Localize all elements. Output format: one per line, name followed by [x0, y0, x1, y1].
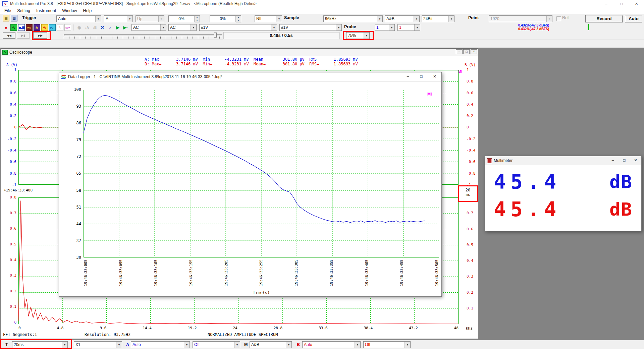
axis-tick: -0.6 [8, 160, 17, 164]
axis-tick: -0.6 [467, 160, 476, 164]
axis-tick: 48 [454, 326, 459, 330]
axis-tick: 19:46:33:255 [259, 259, 263, 286]
position-slider-track[interactable] [64, 34, 222, 36]
axis-tick: -0.8 [467, 172, 476, 175]
axis-tick: 43.2 [409, 326, 418, 330]
sampling-channels-combo[interactable]: A&B▼ [385, 15, 420, 22]
math-mode-combo[interactable]: A&B▼ [250, 341, 292, 348]
oscilloscope-title-bar[interactable]: ∿ Oscilloscope – □ ✕ [1, 49, 478, 56]
run-icon[interactable]: ▶ [114, 24, 121, 31]
position-slider-handle[interactable] [214, 33, 217, 38]
menu-item[interactable]: Instrument [33, 8, 59, 13]
scope-start-time: +19:46:33:480 [4, 188, 33, 192]
range-b-combo[interactable]: ±1V▼ [279, 24, 342, 31]
close-icon[interactable]: ✕ [629, 0, 644, 7]
toolbar-instruments: ● ∿ ▅▃▇ 000 ≋ ∿ DUT ≈ DDP ◉ ↓A ↓B ⚒ ♪ ▶ … [0, 23, 644, 32]
sound-device-icon[interactable]: ♪ [107, 24, 113, 31]
application-window: ∿ Multi-Instrument Pro 3.8 - [+3DP+DLG+L… [0, 0, 644, 349]
coupling-a-combo[interactable]: AC▼ [131, 24, 166, 31]
record-icon[interactable]: ● [3, 24, 9, 31]
mdi-workspace: ∿ Oscilloscope – □ ✕ A: Max= 3.7146 mV M… [0, 48, 644, 340]
signal-generator-icon[interactable]: ∿ [41, 24, 48, 31]
ddp-viewer-icon[interactable]: DDP [64, 24, 71, 31]
spectrum-analyzer-icon[interactable]: ▅▃▇ [18, 24, 25, 31]
data-logger-icon [61, 74, 66, 79]
derived-data-curve-icon[interactable]: ≈ [57, 24, 63, 31]
minimize-icon[interactable]: – [599, 0, 614, 7]
position-readout: 0.48s / 0.5s [223, 32, 339, 39]
axis-tick: 0.6 [10, 91, 16, 95]
menu-item[interactable]: Window [59, 8, 80, 13]
range-a-combo[interactable]: ±1V▼ [199, 24, 277, 31]
trigger-mode-combo[interactable]: Auto▼ [56, 15, 101, 22]
menu-item[interactable]: File [1, 8, 14, 13]
run-record-icon[interactable]: ▶● [122, 24, 129, 31]
maximize-icon[interactable]: □ [614, 0, 629, 7]
chevron-down-icon: ▼ [116, 342, 122, 348]
toolbar-transport: ◀◀ ▶▮ ▶▶ 0.48s / 0.5s 75%▼ [0, 32, 644, 40]
close-icon[interactable]: ✕ [428, 72, 441, 81]
math-label: M [244, 342, 248, 347]
axis-tick: 0.2 [467, 291, 473, 294]
stats-channel-b: B: Max= 3.7146 mV Min= -4.3231 mV Mean= … [145, 62, 358, 66]
menu-item[interactable]: Help [80, 8, 95, 13]
trigger-label: Trigger [22, 15, 36, 20]
bit-depth-combo[interactable]: 24Bit▼ [422, 15, 454, 22]
chevron-down-icon: ▼ [448, 16, 454, 22]
channel-a-filter-combo[interactable]: Off▼ [193, 341, 240, 348]
restore-icon[interactable]: □ [463, 49, 470, 54]
multimeter-title: Multimeter [494, 158, 513, 163]
chevron-down-icon: ▼ [546, 16, 552, 22]
axis-tick: 24 [233, 326, 237, 330]
maximize-icon[interactable]: □ [415, 72, 428, 81]
coupling-b-combo[interactable]: AC▼ [168, 24, 197, 31]
zoom-combo[interactable]: 75%▼ [346, 32, 370, 39]
close-icon[interactable]: ✕ [471, 49, 477, 54]
menu-item[interactable]: Setting [14, 8, 33, 13]
logger-plot [84, 90, 439, 257]
fast-forward-icon[interactable]: ▶▶ [33, 32, 47, 39]
magnification-combo[interactable]: X1▼ [74, 341, 122, 348]
minimize-icon[interactable]: – [456, 49, 463, 54]
chevron-down-icon: ▼ [95, 16, 101, 22]
trigger-level-spinner[interactable]: 0%▲▼ [168, 15, 200, 22]
calibration-icon[interactable]: ⚒ [99, 24, 106, 31]
channel-a-gain-combo[interactable]: Auto▼ [131, 341, 190, 348]
channel-b-filter-combo[interactable]: Off▼ [363, 341, 411, 348]
oscilloscope-icon[interactable]: ∿ [10, 24, 17, 31]
spin-up-icon: ▲ [195, 16, 200, 19]
chevron-down-icon: ▼ [414, 24, 420, 31]
trigger-source-combo[interactable]: A▼ [104, 15, 133, 22]
sweep-time-value: 20 [459, 188, 477, 192]
sweep-time-combo[interactable]: 20ms▼ [12, 341, 68, 348]
data-logger-title: Data Logger : 1 - C:\VIRTINS Multi-Instr… [68, 74, 222, 79]
close-icon[interactable]: ✕ [630, 156, 641, 165]
axis-tick: 0.7 [10, 211, 16, 215]
axis-tick: 0.6 [467, 227, 473, 231]
open-file-icon[interactable]: ▣ [3, 15, 9, 21]
multimeter-icon[interactable]: 000 [26, 24, 33, 31]
save-icon[interactable]: ▤ [11, 15, 17, 21]
multimeter-title-bar[interactable]: Multimeter – □ ✕ [485, 156, 641, 165]
minimize-icon[interactable]: – [401, 72, 415, 81]
data-logger-title-bar[interactable]: Data Logger : 1 - C:\VIRTINS Multi-Instr… [59, 72, 441, 81]
chevron-down-icon: ▼ [191, 24, 196, 31]
rewind-icon[interactable]: ◀◀ [3, 32, 15, 39]
trigger-coupling-combo[interactable]: NIL▼ [255, 15, 282, 22]
device-test-plan-icon[interactable]: DUT [49, 24, 56, 31]
roll-label: Roll [562, 15, 570, 20]
spectrum-3d-plot-icon[interactable]: ≋ [34, 24, 40, 31]
trigger-delay-spinner[interactable]: 0%▲▼ [210, 15, 241, 22]
multimeter-window: Multimeter – □ ✕ 45.4 dB 45.4 dB [485, 156, 642, 231]
maximize-icon[interactable]: □ [619, 156, 630, 165]
channel-b-gain-combo[interactable]: Auto▼ [302, 341, 361, 348]
probe-b-combo[interactable]: 1▼ [397, 24, 420, 31]
auto-scale-button[interactable]: Auto [625, 15, 642, 22]
record-button[interactable]: Record [585, 15, 623, 22]
axis-tick: 65 [76, 172, 81, 175]
axis-tick: 0.4 [10, 103, 16, 106]
sampling-rate-combo[interactable]: 96kHz▼ [323, 15, 383, 22]
minimize-icon[interactable]: – [607, 156, 619, 165]
probe-a-combo[interactable]: 1▼ [375, 24, 395, 31]
axis-tick: 0.8 [467, 79, 473, 83]
